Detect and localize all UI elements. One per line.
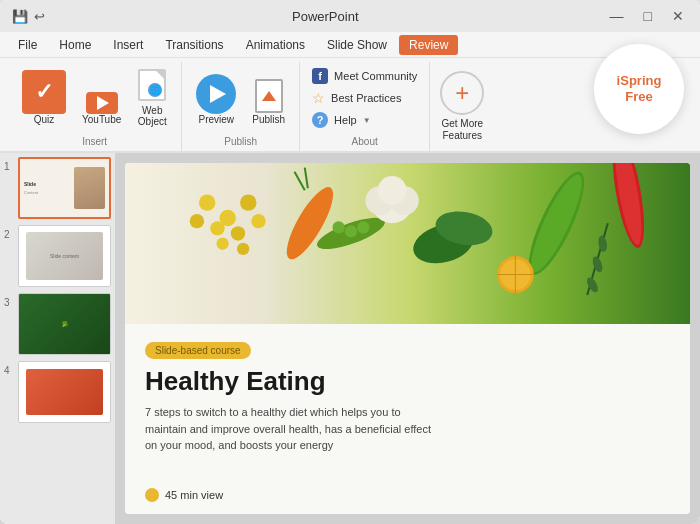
duration-dot-icon xyxy=(145,488,159,502)
checkmark-icon: ✓ xyxy=(35,79,53,105)
help-icon: ? xyxy=(312,112,328,128)
preview-icon xyxy=(196,74,236,114)
svg-point-11 xyxy=(333,221,345,233)
slide-description: 7 steps to switch to a healthy diet whic… xyxy=(145,404,445,454)
slide-title: Healthy Eating xyxy=(145,367,670,396)
get-more-features-button[interactable]: + Get MoreFeatures xyxy=(430,62,494,151)
publish-button[interactable]: Publish xyxy=(246,74,291,130)
quiz-icon: ✓ xyxy=(22,70,66,114)
main-content: 1 Slide Content 2 xyxy=(0,153,700,524)
slide-bottom-content: Slide-based course Healthy Eating 7 step… xyxy=(125,324,690,514)
get-more-circle-icon: + xyxy=(440,71,484,115)
svg-point-1 xyxy=(199,194,215,210)
fold-shape xyxy=(156,71,164,79)
save-icon[interactable]: 💾 xyxy=(12,9,28,24)
help-button[interactable]: ? Help ▼ xyxy=(308,110,421,130)
about-group-label: About xyxy=(352,134,378,151)
close-button[interactable]: ✕ xyxy=(668,8,688,24)
slide-number: 3 xyxy=(4,297,14,308)
window-title: PowerPoint xyxy=(45,9,606,24)
about-items: f Meet Community ☆ Best Practices ? Help… xyxy=(308,62,421,134)
preview-button[interactable]: Preview xyxy=(190,70,242,130)
minimize-button[interactable]: — xyxy=(606,8,628,24)
menu-slideshow[interactable]: Slide Show xyxy=(317,35,397,55)
facebook-icon: f xyxy=(312,68,328,84)
plus-icon: + xyxy=(455,79,469,107)
undo-icon[interactable]: ↩ xyxy=(34,9,45,24)
menu-review[interactable]: Review xyxy=(399,35,458,55)
quiz-label: Quiz xyxy=(34,114,55,126)
menu-transitions[interactable]: Transitions xyxy=(155,35,233,55)
quiz-button[interactable]: ✓ Quiz xyxy=(16,66,72,130)
menu-animations[interactable]: Animations xyxy=(236,35,315,55)
slide-panel: 1 Slide Content 2 xyxy=(0,153,115,524)
ribbon-group-about: f Meet Community ☆ Best Practices ? Help… xyxy=(300,62,430,151)
insert-items: ✓ Quiz YouTube 🌐 xyxy=(16,62,173,134)
publish-group-label: Publish xyxy=(224,134,257,151)
maximize-button[interactable]: □ xyxy=(640,8,656,24)
list-item[interactable]: 3 🥦 xyxy=(4,293,111,355)
ribbon: ✓ Quiz YouTube 🌐 xyxy=(0,58,700,153)
play-triangle xyxy=(97,96,109,110)
svg-point-3 xyxy=(240,194,256,210)
course-type-badge: Slide-based course xyxy=(145,342,251,359)
svg-point-6 xyxy=(251,214,265,228)
svg-point-8 xyxy=(216,238,228,250)
svg-point-7 xyxy=(190,214,204,228)
svg-point-4 xyxy=(210,221,224,235)
publish-label: Publish xyxy=(252,114,285,126)
best-practices-label: Best Practices xyxy=(331,92,401,104)
youtube-button[interactable]: YouTube xyxy=(76,88,127,130)
slide-number: 2 xyxy=(4,229,14,240)
youtube-label: YouTube xyxy=(82,114,121,126)
webobject-button[interactable]: 🌐 WebObject xyxy=(131,66,173,130)
publish-icon xyxy=(253,78,285,114)
svg-point-5 xyxy=(231,226,245,240)
ribbon-group-insert: ✓ Quiz YouTube 🌐 xyxy=(8,62,182,151)
slide-thumbnail[interactable] xyxy=(18,361,111,423)
menu-insert[interactable]: Insert xyxy=(103,35,153,55)
slide-number: 1 xyxy=(4,161,14,172)
meet-community-label: Meet Community xyxy=(334,70,417,82)
page-shape: 🌐 xyxy=(138,69,166,101)
preview-label: Preview xyxy=(199,114,235,126)
best-practices-button[interactable]: ☆ Best Practices xyxy=(308,88,421,108)
menu-file[interactable]: File xyxy=(8,35,47,55)
list-item[interactable]: 1 Slide Content xyxy=(4,157,111,219)
slide-thumbnail[interactable]: Slide Content xyxy=(18,157,111,219)
webobject-label: WebObject xyxy=(138,105,167,127)
preview-play-triangle xyxy=(210,85,226,103)
list-item[interactable]: 2 Slide content xyxy=(4,225,111,287)
svg-point-9 xyxy=(237,243,249,255)
globe-icon: 🌐 xyxy=(148,83,162,97)
webobject-icon: 🌐 xyxy=(136,69,168,105)
star-icon: ☆ xyxy=(312,90,325,106)
get-more-label: Get MoreFeatures xyxy=(441,118,483,142)
help-dropdown-icon: ▼ xyxy=(363,116,371,125)
menu-home[interactable]: Home xyxy=(49,35,101,55)
publish-items: Preview Publish xyxy=(190,62,291,134)
ribbon-group-publish: Preview Publish Publish xyxy=(182,62,300,151)
meet-community-button[interactable]: f Meet Community xyxy=(308,66,421,86)
youtube-icon xyxy=(86,92,118,114)
ispring-free-badge: iSpring Free xyxy=(594,44,684,134)
ispring-free-label: Free xyxy=(617,89,662,105)
slide-thumbnail[interactable]: Slide content xyxy=(18,225,111,287)
title-bar-left: 💾 ↩ xyxy=(12,9,45,24)
help-label: Help xyxy=(334,114,357,126)
svg-point-13 xyxy=(357,221,369,233)
publish-arrow-shape xyxy=(262,91,276,101)
slide-duration: 45 min view xyxy=(145,488,670,502)
svg-point-12 xyxy=(345,225,357,237)
canvas-area: Slide-based course Healthy Eating 7 step… xyxy=(115,153,700,524)
duration-label: 45 min view xyxy=(165,489,223,501)
menu-bar: File Home Insert Transitions Animations … xyxy=(0,32,700,58)
slide-number: 4 xyxy=(4,365,14,376)
app-window: 💾 ↩ PowerPoint — □ ✕ File Home Insert Tr… xyxy=(0,0,700,524)
window-controls: — □ ✕ xyxy=(606,8,688,24)
insert-group-label: Insert xyxy=(82,134,107,151)
slide-thumbnail[interactable]: 🥦 xyxy=(18,293,111,355)
ispring-brand-label: iSpring xyxy=(617,73,662,89)
title-bar: 💾 ↩ PowerPoint — □ ✕ xyxy=(0,0,700,32)
list-item[interactable]: 4 xyxy=(4,361,111,423)
